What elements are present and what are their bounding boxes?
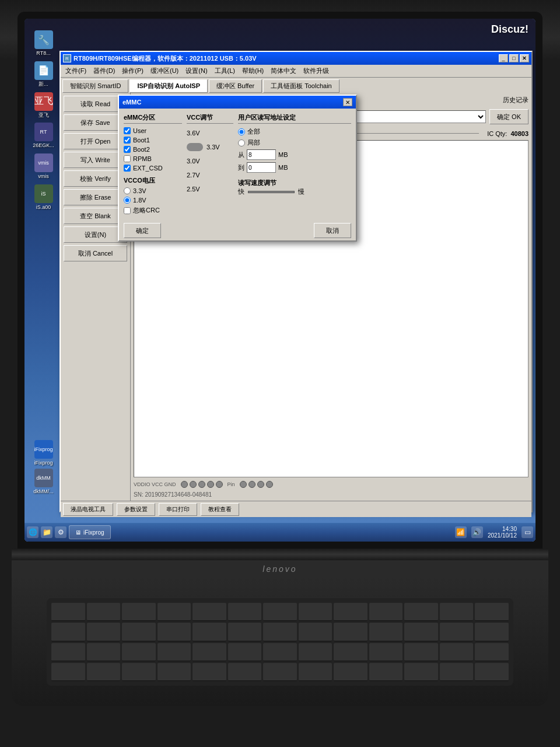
taskbar-sound-icon[interactable]: 🔊 <box>471 526 483 538</box>
partial-label: 局部 <box>247 138 260 147</box>
slow-label: 慢 <box>298 187 304 196</box>
discuz-watermark: Discuz! <box>491 23 528 36</box>
cb-rpmb: RPMB <box>124 155 182 162</box>
taskbar-right: 📶 🔊 14:30 2021/10/12 ▭ <box>455 526 533 539</box>
emmc-dialog: eMMC ✕ eMMC分区 User <box>118 95 357 242</box>
vcc-36v-label: 3.6V <box>187 128 200 138</box>
modal-title: eMMC <box>123 99 141 106</box>
vcc-25v-label: 2.5V <box>187 184 200 194</box>
cb-crc: 忽略CRC <box>124 206 182 215</box>
taskbar-show-desktop[interactable]: ▭ <box>522 526 533 538</box>
vcc-header: VCC调节 <box>187 113 233 124</box>
from-mb-label: MB <box>278 151 288 158</box>
fast-label: 快 <box>238 187 244 196</box>
vcco-33v: 3.3V <box>124 187 182 194</box>
vcc-33v-row: 3.3V <box>187 141 233 153</box>
start-area: 🌐 📁 ⚙ <box>27 526 66 538</box>
vcco-18v-label: 1.8V <box>133 197 146 204</box>
cb-ext-csd: EXT_CSD <box>124 165 182 172</box>
vcco-18v-radio[interactable] <box>124 197 131 204</box>
vcc-col: VCC调节 3.6V 3.3V 3.0V <box>187 113 233 215</box>
vcc-33v-label: 3.3V <box>206 142 220 152</box>
vcc-33v-toggle[interactable] <box>187 143 203 151</box>
modal-cancel-button[interactable]: 取消 <box>314 223 351 238</box>
cb-boot2: Boot2 <box>124 146 182 153</box>
all-radio[interactable] <box>238 128 245 135</box>
cb-boot1-label: Boot1 <box>133 137 150 144</box>
cb-boot2-label: Boot2 <box>133 146 150 153</box>
vcc-27v-label: 2.7V <box>187 170 200 180</box>
speed-slider[interactable] <box>248 191 295 193</box>
clock: 14:30 2021/10/12 <box>488 526 517 539</box>
from-input[interactable] <box>247 149 276 160</box>
partition-col: eMMC分区 User Boot1 <box>124 113 182 215</box>
to-input[interactable] <box>247 162 276 173</box>
modal-body: eMMC分区 User Boot1 <box>119 109 356 219</box>
modal-title-bar: eMMC ✕ <box>119 96 356 109</box>
modal-columns: eMMC分区 User Boot1 <box>124 113 351 215</box>
vcco-18v: 1.8V <box>124 197 182 204</box>
taskbar-start-icon[interactable]: 🌐 <box>27 526 38 538</box>
from-row: 从 MB <box>238 149 351 160</box>
vcco-33v-radio[interactable] <box>124 187 131 194</box>
taskbar-folder-icon[interactable]: 📁 <box>41 526 52 538</box>
vcco-label: VCCO电压 <box>124 176 182 185</box>
taskbar-settings-icon[interactable]: ⚙ <box>55 526 66 538</box>
speed-row: 快 慢 <box>238 187 351 196</box>
speed-section: 读写速度调节 快 慢 <box>238 179 351 196</box>
all-radio-row: 全部 <box>238 127 351 136</box>
vcc-36v-row: 3.6V <box>187 127 233 139</box>
cb-boot2-input[interactable] <box>124 146 131 153</box>
cb-rpmb-input[interactable] <box>124 155 131 162</box>
modal-ok-button[interactable]: 确定 <box>124 223 161 238</box>
cb-user-label: User <box>133 127 146 134</box>
taskbar-network-icon[interactable]: 📶 <box>455 526 467 538</box>
vcco-33v-label: 3.3V <box>133 187 146 194</box>
cb-ext-csd-label: EXT_CSD <box>133 165 163 172</box>
cb-user: User <box>124 127 182 134</box>
vcc-27v-row: 2.7V <box>187 169 233 181</box>
cb-boot1: Boot1 <box>124 137 182 144</box>
cb-user-input[interactable] <box>124 127 131 134</box>
partition-label: eMMC分区 <box>124 113 182 124</box>
partial-radio[interactable] <box>238 139 245 146</box>
modal-footer: 确定 取消 <box>119 219 356 240</box>
modal-close-button[interactable]: ✕ <box>343 98 352 106</box>
taskbar-program-ifix[interactable]: 🖥 iFixprog <box>69 525 111 539</box>
to-row: 到 MB <box>238 162 351 173</box>
cb-rpmb-label: RPMB <box>133 155 152 162</box>
vcc-30v-label: 3.0V <box>187 156 200 166</box>
cb-boot1-input[interactable] <box>124 137 131 144</box>
taskbar: 🌐 📁 ⚙ 🖥 iFixprog 📶 🔊 14:30 2021/10/12 ▭ <box>24 523 536 542</box>
vcc-30v-row: 3.0V <box>187 155 233 167</box>
all-label: 全部 <box>247 127 260 136</box>
modal-overlay: eMMC ✕ eMMC分区 User <box>24 19 536 542</box>
cb-crc-input[interactable] <box>124 207 131 214</box>
to-label: 到 <box>238 163 244 172</box>
to-mb-label: MB <box>278 164 288 171</box>
vcc-25v-row: 2.5V <box>187 183 233 195</box>
user-area-header: 用户区读写地址设定 <box>238 113 351 124</box>
user-area-col: 用户区读写地址设定 全部 局部 从 <box>238 113 351 215</box>
cb-crc-label: 忽略CRC <box>133 206 160 215</box>
taskbar-program-label: iFixprog <box>83 529 104 536</box>
cb-ext-csd-input[interactable] <box>124 165 131 172</box>
partial-radio-row: 局部 <box>238 138 351 147</box>
speed-label: 读写速度调节 <box>238 179 351 187</box>
from-label: 从 <box>238 151 244 159</box>
